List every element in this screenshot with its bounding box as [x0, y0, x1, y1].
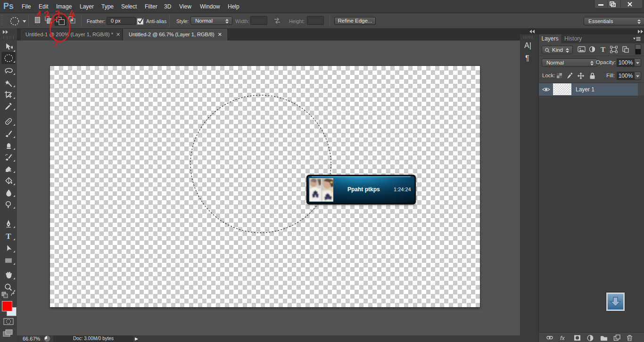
svg-text:fx: fx	[560, 335, 565, 342]
svg-text:T: T	[6, 232, 11, 240]
svg-text:T: T	[601, 46, 605, 53]
